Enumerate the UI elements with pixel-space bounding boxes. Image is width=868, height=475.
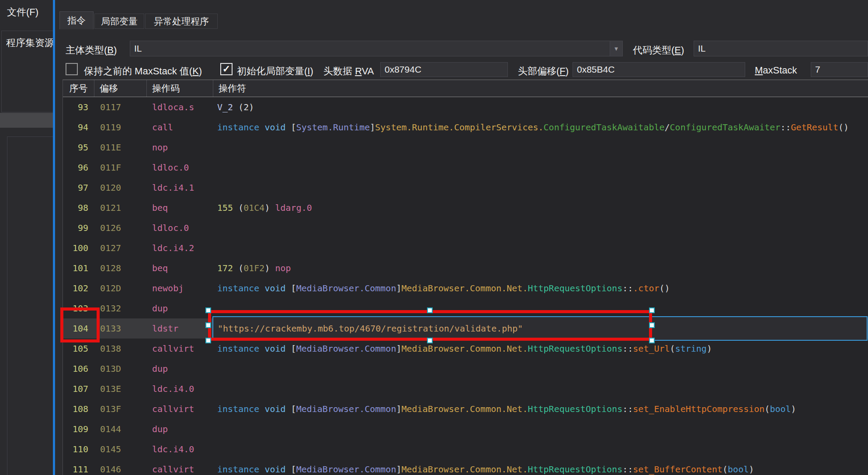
cell-offset: 0117 bbox=[94, 97, 147, 117]
table-row[interactable]: 970120ldc.i4.1 bbox=[63, 178, 868, 198]
tree-sub-panel bbox=[7, 136, 53, 475]
body-type-combobox[interactable]: IL ▼ bbox=[130, 41, 623, 56]
cell-operand: 155 (01C4) ldarg.0 bbox=[213, 198, 868, 218]
table-row[interactable]: 1040133ldstr"https://crackemby.mb6.top/4… bbox=[63, 318, 868, 339]
column-header-operand[interactable]: 操作符 bbox=[213, 80, 868, 97]
cell-index: 95 bbox=[63, 137, 94, 157]
checkmark-icon: ✓ bbox=[222, 63, 230, 75]
annotation-handle-bottom-left[interactable] bbox=[205, 338, 211, 343]
cell-offset: 013F bbox=[94, 399, 147, 419]
operand-string-editor[interactable]: "https://crackemby.mb6.top/4670/registra… bbox=[212, 316, 868, 341]
annotation-handle-top-right[interactable] bbox=[649, 307, 655, 313]
cell-operand bbox=[213, 439, 868, 459]
cell-index: 102 bbox=[63, 278, 94, 298]
tree-item-assembly-resources[interactable]: 程序集资源 bbox=[6, 36, 53, 49]
menu-file[interactable]: 文件(F) bbox=[7, 6, 38, 19]
annotation-handle-top-left[interactable] bbox=[205, 307, 211, 313]
table-row[interactable]: 1100145ldc.i4.0 bbox=[63, 439, 868, 459]
cell-operand: V_2 (2) bbox=[213, 97, 868, 117]
tab-exception-handlers[interactable]: 异常处理程序 bbox=[145, 14, 218, 29]
maxstack-input[interactable]: 7 bbox=[811, 62, 868, 77]
table-row[interactable]: 95011Enop bbox=[63, 137, 868, 157]
cell-offset: 013E bbox=[94, 379, 147, 399]
column-header-offset[interactable]: 偏移 bbox=[94, 80, 147, 97]
table-row[interactable]: 1110146callvirtinstance void [MediaBrows… bbox=[63, 459, 868, 475]
header-offset-input[interactable]: 0x85B4C bbox=[573, 62, 745, 77]
cell-index: 98 bbox=[63, 198, 94, 218]
annotation-handle-bottom-middle[interactable] bbox=[427, 338, 433, 343]
table-row[interactable]: 96011Fldloc.0 bbox=[63, 157, 868, 178]
init-locals-label[interactable]: 初始化局部变量(I) bbox=[237, 65, 313, 78]
table-row[interactable]: 107013Eldc.i4.0 bbox=[63, 379, 868, 399]
cell-opcode: nop bbox=[147, 137, 213, 157]
cell-offset: 011F bbox=[94, 157, 147, 178]
annotation-handle-top-middle[interactable] bbox=[427, 307, 433, 313]
table-row[interactable]: 1010128beq172 (01F2) nop bbox=[63, 258, 868, 278]
column-header-index[interactable]: 序号 bbox=[63, 80, 94, 97]
header-offset-value: 0x85B4C bbox=[577, 64, 615, 75]
table-row[interactable]: 1090144dup bbox=[63, 419, 868, 439]
cell-opcode: ldloc.0 bbox=[147, 218, 213, 238]
table-row[interactable]: 1000127ldc.i4.2 bbox=[63, 238, 868, 258]
cell-offset: 0146 bbox=[94, 459, 147, 475]
cell-operand bbox=[213, 178, 868, 198]
cell-index: 107 bbox=[63, 379, 94, 399]
cell-operand bbox=[213, 238, 868, 258]
cell-offset: 0119 bbox=[94, 117, 147, 137]
cell-index: 97 bbox=[63, 178, 94, 198]
cell-offset: 0145 bbox=[94, 439, 147, 459]
table-row[interactable]: 980121beq155 (01C4) ldarg.0 bbox=[63, 198, 868, 218]
table-row[interactable]: 930117ldloca.sV_2 (2) bbox=[63, 97, 868, 117]
maxstack-label: MaxStack bbox=[755, 65, 797, 76]
il-table-body: 930117ldloca.sV_2 (2)940119callinstance … bbox=[63, 97, 868, 475]
table-row[interactable]: 108013Fcallvirtinstance void [MediaBrows… bbox=[63, 399, 868, 419]
cell-opcode: ldc.i4.0 bbox=[147, 439, 213, 459]
cell-opcode: dup bbox=[147, 419, 213, 439]
cell-operand: instance void [MediaBrowser.Common]Media… bbox=[213, 399, 868, 419]
cell-index: 109 bbox=[63, 419, 94, 439]
cell-index: 94 bbox=[63, 117, 94, 137]
column-header-opcode[interactable]: 操作码 bbox=[147, 80, 213, 97]
header-rva-input[interactable]: 0x8794C bbox=[380, 62, 508, 77]
table-row[interactable]: 1050138callvirtinstance void [MediaBrows… bbox=[63, 339, 868, 359]
cell-operand: instance void [MediaBrowser.Common]Media… bbox=[213, 278, 868, 298]
cell-index: 103 bbox=[63, 298, 94, 318]
init-locals-checkbox[interactable]: ✓ bbox=[220, 63, 233, 75]
annotation-handle-bottom-right[interactable] bbox=[649, 338, 655, 343]
cell-index: 104 bbox=[63, 318, 94, 339]
tab-instructions[interactable]: 指令 bbox=[59, 11, 94, 29]
cell-offset: 0132 bbox=[94, 298, 147, 318]
cell-index: 110 bbox=[63, 439, 94, 459]
cell-offset: 013D bbox=[94, 359, 147, 379]
cell-index: 96 bbox=[63, 157, 94, 178]
keep-maxstack-checkbox[interactable] bbox=[66, 63, 78, 75]
table-row[interactable]: 940119callinstance void [System.Runtime]… bbox=[63, 117, 868, 137]
operand-string-value: "https://crackemby.mb6.top/4670/registra… bbox=[218, 318, 523, 339]
chevron-down-icon[interactable]: ▼ bbox=[610, 41, 622, 56]
tree-selected-item[interactable] bbox=[0, 113, 53, 128]
cell-opcode: ldloc.0 bbox=[147, 157, 213, 178]
cell-opcode: callvirt bbox=[147, 459, 213, 475]
table-row[interactable]: 1030132dup bbox=[63, 298, 868, 318]
window-splitter[interactable] bbox=[53, 0, 55, 475]
annotation-handle-right-middle[interactable] bbox=[649, 322, 655, 328]
cell-opcode: dup bbox=[147, 359, 213, 379]
table-row[interactable]: 990126ldloc.0 bbox=[63, 218, 868, 238]
cell-opcode: beq bbox=[147, 198, 213, 218]
header-offset-label: 头部偏移(F) bbox=[518, 65, 569, 78]
cell-operand: "https://crackemby.mb6.top/4670/registra… bbox=[213, 318, 868, 339]
tab-local-variables[interactable]: 局部变量 bbox=[94, 14, 144, 29]
cell-operand bbox=[213, 359, 868, 379]
table-row[interactable]: 102012Dnewobjinstance void [MediaBrowser… bbox=[63, 278, 868, 298]
annotation-handle-left-middle[interactable] bbox=[205, 322, 211, 328]
cell-opcode: ldloca.s bbox=[147, 97, 213, 117]
cell-offset: 0128 bbox=[94, 258, 147, 278]
code-type-input[interactable]: IL bbox=[694, 41, 868, 56]
table-row[interactable]: 106013Ddup bbox=[63, 359, 868, 379]
cell-offset: 0127 bbox=[94, 238, 147, 258]
cell-operand bbox=[213, 419, 868, 439]
keep-maxstack-label[interactable]: 保持之前的 MaxStack 值(K) bbox=[84, 65, 202, 78]
cell-offset: 0133 bbox=[94, 318, 147, 339]
cell-index: 105 bbox=[63, 339, 94, 359]
cell-opcode: ldstr bbox=[147, 318, 213, 339]
